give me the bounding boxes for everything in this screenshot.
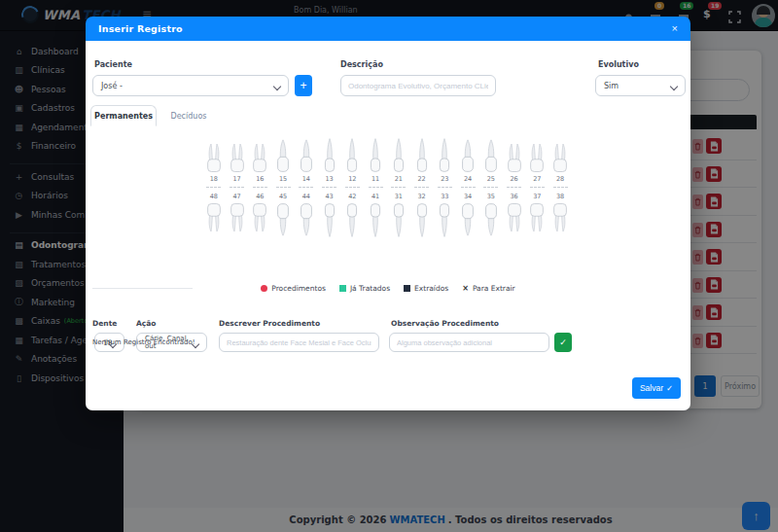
tooth-marker-line	[276, 187, 291, 188]
tooth-23[interactable]: 23	[434, 121, 457, 188]
tooth-32[interactable]: 32	[410, 193, 434, 242]
modal-title: Inserir Registro	[98, 23, 183, 34]
tooth-12[interactable]: 12	[341, 121, 365, 188]
tooth-22[interactable]: 22	[410, 121, 434, 188]
observacao-procedimento-input[interactable]	[389, 333, 549, 352]
tooth-number: 11	[371, 175, 379, 183]
acao-label: Ação	[136, 319, 156, 328]
tooth-marker-line	[391, 187, 406, 188]
tooth-28[interactable]: 28	[548, 121, 572, 188]
teeth-upper-row: 18171615141312112122232425262728	[202, 121, 572, 188]
tooth-number: 42	[348, 193, 356, 200]
legend-circle-icon	[261, 285, 267, 292]
tooth-number: 37	[533, 193, 541, 200]
legend-square-icon	[339, 285, 346, 292]
tooth-marker-line	[369, 187, 383, 188]
tooth-15[interactable]: 15	[271, 121, 295, 188]
observacao-procedimento-label: Observação Procedimento	[391, 319, 499, 328]
tooth-33[interactable]: 33	[434, 193, 457, 242]
teeth-lower-row: 48474645444342413132333435363738	[202, 193, 572, 242]
descrever-procedimento-input[interactable]	[219, 333, 379, 352]
tooth-42[interactable]: 42	[341, 193, 365, 242]
close-icon[interactable]: ×	[672, 23, 678, 34]
tooth-number: 18	[210, 175, 218, 183]
x-mark-icon: ×	[462, 284, 469, 293]
tooth-27[interactable]: 27	[526, 121, 549, 188]
tooth-marker-line	[299, 187, 313, 188]
tooth-38[interactable]: 38	[548, 193, 572, 242]
tooth-34[interactable]: 34	[456, 193, 479, 242]
save-button[interactable]: Salvar ✓	[632, 377, 681, 399]
modal-body: Paciente José - + Descrição Evolutivo Si…	[86, 41, 690, 410]
empty-records-message: Nenhum Registro Encontrado!	[92, 338, 195, 346]
tooth-number: 44	[302, 193, 310, 200]
tooth-26[interactable]: 26	[503, 121, 526, 188]
tooth-number: 35	[487, 193, 495, 200]
tooth-number: 32	[417, 193, 425, 200]
check-icon: ✓	[666, 383, 673, 393]
descricao-input[interactable]	[340, 75, 496, 96]
legend-item-j-tratados: Já Tratados	[339, 284, 390, 293]
tooth-48[interactable]: 48	[202, 193, 226, 242]
tooth-25[interactable]: 25	[479, 121, 503, 188]
tooth-14[interactable]: 14	[295, 121, 318, 188]
tooth-number: 38	[556, 193, 564, 200]
tooth-marker-line	[553, 187, 568, 188]
tooth-46[interactable]: 46	[249, 193, 272, 242]
tooth-number: 45	[279, 193, 287, 200]
tooth-marker-line	[414, 187, 429, 188]
tooth-marker-line	[322, 187, 336, 188]
tooth-number: 15	[279, 175, 287, 183]
confirm-procedure-button[interactable]: ✓	[554, 333, 572, 352]
tooth-number: 17	[232, 175, 240, 183]
tooth-marker-line	[206, 187, 221, 188]
tooth-number: 12	[348, 175, 356, 183]
tooth-17[interactable]: 17	[226, 121, 249, 188]
tooth-13[interactable]: 13	[318, 121, 341, 188]
tab-permanentes[interactable]: Permanentes	[90, 105, 157, 126]
tooth-number: 26	[510, 175, 517, 183]
tooth-number: 41	[371, 193, 379, 200]
evolutivo-label: Evolutivo	[598, 60, 639, 69]
tooth-number: 27	[533, 175, 541, 183]
tooth-18[interactable]: 18	[202, 121, 226, 188]
tooth-number: 43	[325, 193, 333, 200]
tooth-36[interactable]: 36	[503, 193, 526, 242]
add-patient-button[interactable]: +	[295, 75, 312, 96]
tooth-number: 21	[395, 175, 403, 183]
tooth-45[interactable]: 45	[271, 193, 295, 242]
tooth-marker-line	[507, 187, 521, 188]
tooth-43[interactable]: 43	[318, 193, 341, 242]
tooth-marker-line	[483, 187, 498, 188]
tooth-number: 28	[556, 175, 564, 183]
tooth-number: 36	[510, 193, 517, 200]
tooth-35[interactable]: 35	[479, 193, 503, 242]
tooth-44[interactable]: 44	[295, 193, 318, 242]
page: WMA TECH ≡ Bom Dia, Willian 0 16 $ 19 ⌂D…	[0, 0, 778, 532]
section-divider	[92, 288, 193, 289]
tooth-41[interactable]: 41	[364, 193, 387, 242]
tooth-47[interactable]: 47	[226, 193, 249, 242]
legend-item-procedimentos: Procedimentos	[261, 284, 326, 293]
tooth-21[interactable]: 21	[387, 121, 410, 188]
dente-label: Dente	[92, 319, 117, 328]
paciente-label: Paciente	[94, 60, 132, 69]
tooth-number: 33	[441, 193, 448, 200]
tooth-31[interactable]: 31	[387, 193, 410, 242]
paciente-select[interactable]: José -	[92, 75, 289, 96]
tooth-number: 31	[395, 193, 403, 200]
tooth-number: 24	[464, 175, 472, 183]
modal-header: Inserir Registro ×	[86, 17, 690, 41]
tooth-marker-line	[253, 187, 267, 188]
tooth-11[interactable]: 11	[364, 121, 387, 188]
insert-record-modal: Inserir Registro × Paciente José - + Des…	[86, 17, 690, 410]
tooth-number: 16	[256, 175, 264, 183]
legend-item-extra-dos: Extraídos	[404, 284, 448, 293]
tooth-number: 34	[464, 193, 472, 200]
tooth-number: 47	[232, 193, 240, 200]
tooth-37[interactable]: 37	[526, 193, 549, 242]
evolutivo-select[interactable]: Sim	[595, 75, 686, 96]
tooth-16[interactable]: 16	[249, 121, 272, 188]
tooth-24[interactable]: 24	[456, 121, 479, 188]
tooth-marker-line	[461, 187, 476, 188]
